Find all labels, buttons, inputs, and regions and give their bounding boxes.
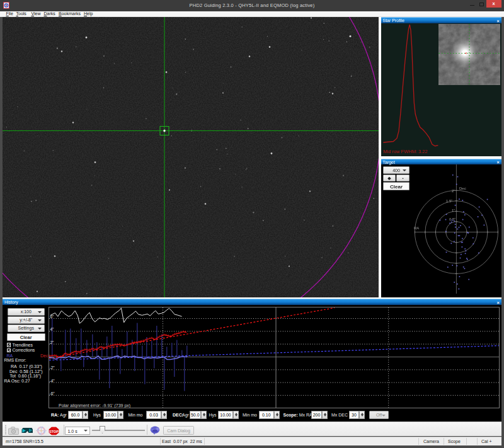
svg-text:2": 2" <box>50 340 55 344</box>
svg-text:1.5": 1.5" <box>446 199 452 203</box>
svg-text:-2": -2" <box>50 365 55 370</box>
svg-text:4": 4" <box>50 327 55 331</box>
svg-text:6": 6" <box>50 314 55 319</box>
svg-text:Dec: Dec <box>459 187 466 190</box>
svg-text:0.5": 0.5" <box>449 217 455 221</box>
svg-text:-4": -4" <box>50 378 55 382</box>
svg-text:-6": -6" <box>50 391 55 395</box>
svg-text:1": 1" <box>452 209 455 212</box>
svg-text:Mid row FWHM: 3.22: Mid row FWHM: 3.22 <box>383 149 427 154</box>
svg-text:2": 2" <box>452 189 455 193</box>
svg-text:Polar alignment error: -9.91': Polar alignment error: -9.91' (739 px) <box>59 403 130 408</box>
svg-text:STOP: STOP <box>49 429 59 433</box>
svg-text:RA: RA <box>414 226 419 230</box>
